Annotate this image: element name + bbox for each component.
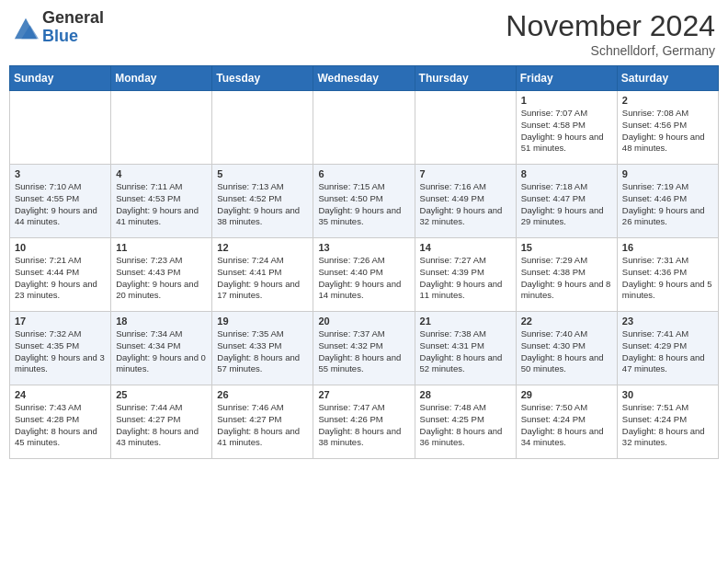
calendar-week-row: 17Sunrise: 7:32 AM Sunset: 4:35 PM Dayli…	[10, 312, 719, 385]
day-info: Sunrise: 7:35 AM Sunset: 4:33 PM Dayligh…	[217, 328, 308, 375]
day-number: 30	[622, 389, 713, 400]
weekday-header-thursday: Thursday	[415, 66, 516, 91]
calendar-table: SundayMondayTuesdayWednesdayThursdayFrid…	[9, 65, 719, 459]
day-number: 28	[420, 389, 511, 400]
calendar-cell: 4Sunrise: 7:11 AM Sunset: 4:53 PM Daylig…	[111, 165, 212, 238]
day-info: Sunrise: 7:37 AM Sunset: 4:32 PM Dayligh…	[318, 328, 409, 375]
weekday-header-saturday: Saturday	[617, 66, 718, 91]
logo-blue: Blue	[42, 27, 78, 45]
day-number: 7	[420, 168, 511, 179]
calendar-cell: 22Sunrise: 7:40 AM Sunset: 4:30 PM Dayli…	[516, 312, 617, 385]
day-info: Sunrise: 7:38 AM Sunset: 4:31 PM Dayligh…	[420, 328, 511, 375]
calendar-cell: 23Sunrise: 7:41 AM Sunset: 4:29 PM Dayli…	[617, 312, 718, 385]
calendar-week-row: 10Sunrise: 7:21 AM Sunset: 4:44 PM Dayli…	[10, 238, 719, 312]
weekday-header-sunday: Sunday	[10, 66, 111, 91]
calendar-cell: 12Sunrise: 7:24 AM Sunset: 4:41 PM Dayli…	[212, 238, 313, 312]
day-info: Sunrise: 7:16 AM Sunset: 4:49 PM Dayligh…	[420, 181, 511, 228]
calendar-cell: 9Sunrise: 7:19 AM Sunset: 4:46 PM Daylig…	[617, 165, 718, 238]
calendar-cell: 26Sunrise: 7:46 AM Sunset: 4:27 PM Dayli…	[212, 385, 313, 459]
calendar-week-row: 1Sunrise: 7:07 AM Sunset: 4:58 PM Daylig…	[10, 91, 719, 165]
calendar-week-row: 24Sunrise: 7:43 AM Sunset: 4:28 PM Dayli…	[10, 385, 719, 459]
calendar-cell: 8Sunrise: 7:18 AM Sunset: 4:47 PM Daylig…	[516, 165, 617, 238]
calendar-cell: 15Sunrise: 7:29 AM Sunset: 4:38 PM Dayli…	[516, 238, 617, 312]
day-number: 19	[217, 316, 308, 327]
day-number: 21	[420, 316, 511, 327]
calendar-cell: 7Sunrise: 7:16 AM Sunset: 4:49 PM Daylig…	[415, 165, 516, 238]
calendar-cell: 19Sunrise: 7:35 AM Sunset: 4:33 PM Dayli…	[212, 312, 313, 385]
calendar-cell	[313, 91, 415, 165]
day-number: 10	[15, 242, 106, 253]
day-info: Sunrise: 7:13 AM Sunset: 4:52 PM Dayligh…	[217, 181, 308, 228]
day-info: Sunrise: 7:07 AM Sunset: 4:58 PM Dayligh…	[521, 108, 612, 155]
calendar-cell: 18Sunrise: 7:34 AM Sunset: 4:34 PM Dayli…	[111, 312, 212, 385]
calendar-week-row: 3Sunrise: 7:10 AM Sunset: 4:55 PM Daylig…	[10, 165, 719, 238]
calendar-cell: 14Sunrise: 7:27 AM Sunset: 4:39 PM Dayli…	[415, 238, 516, 312]
day-info: Sunrise: 7:08 AM Sunset: 4:56 PM Dayligh…	[622, 108, 713, 155]
calendar-cell: 24Sunrise: 7:43 AM Sunset: 4:28 PM Dayli…	[10, 385, 111, 459]
day-number: 13	[318, 242, 409, 253]
day-info: Sunrise: 7:48 AM Sunset: 4:25 PM Dayligh…	[420, 402, 511, 449]
day-info: Sunrise: 7:34 AM Sunset: 4:34 PM Dayligh…	[116, 328, 207, 375]
day-info: Sunrise: 7:23 AM Sunset: 4:43 PM Dayligh…	[116, 255, 207, 302]
day-number: 9	[622, 168, 713, 179]
day-number: 15	[521, 242, 612, 253]
day-number: 1	[521, 95, 612, 106]
calendar-cell	[212, 91, 313, 165]
calendar-cell: 16Sunrise: 7:31 AM Sunset: 4:36 PM Dayli…	[617, 238, 718, 312]
calendar-cell: 11Sunrise: 7:23 AM Sunset: 4:43 PM Dayli…	[111, 238, 212, 312]
day-number: 24	[15, 389, 106, 400]
day-info: Sunrise: 7:19 AM Sunset: 4:46 PM Dayligh…	[622, 181, 713, 228]
day-info: Sunrise: 7:41 AM Sunset: 4:29 PM Dayligh…	[622, 328, 713, 375]
page-header: General Blue November 2024 Schnelldorf, …	[9, 9, 719, 58]
calendar-cell	[415, 91, 516, 165]
day-info: Sunrise: 7:21 AM Sunset: 4:44 PM Dayligh…	[15, 255, 106, 302]
day-info: Sunrise: 7:27 AM Sunset: 4:39 PM Dayligh…	[420, 255, 511, 302]
day-info: Sunrise: 7:43 AM Sunset: 4:28 PM Dayligh…	[15, 402, 106, 449]
weekday-header-wednesday: Wednesday	[313, 66, 415, 91]
day-number: 26	[217, 389, 308, 400]
logo-icon	[13, 15, 39, 40]
day-number: 27	[318, 389, 409, 400]
day-number: 22	[521, 316, 612, 327]
logo-general: General	[42, 8, 104, 27]
calendar-cell	[10, 91, 111, 165]
day-info: Sunrise: 7:26 AM Sunset: 4:40 PM Dayligh…	[318, 255, 409, 302]
day-number: 12	[217, 242, 308, 253]
weekday-header-row: SundayMondayTuesdayWednesdayThursdayFrid…	[10, 66, 719, 91]
month-title: November 2024	[506, 9, 715, 43]
calendar-cell: 1Sunrise: 7:07 AM Sunset: 4:58 PM Daylig…	[516, 91, 617, 165]
logo-text: General Blue	[42, 9, 104, 46]
day-number: 2	[622, 95, 713, 106]
location-subtitle: Schnelldorf, Germany	[506, 43, 715, 58]
calendar-cell: 25Sunrise: 7:44 AM Sunset: 4:27 PM Dayli…	[111, 385, 212, 459]
day-info: Sunrise: 7:29 AM Sunset: 4:38 PM Dayligh…	[521, 255, 612, 302]
day-info: Sunrise: 7:24 AM Sunset: 4:41 PM Dayligh…	[217, 255, 308, 302]
day-number: 8	[521, 168, 612, 179]
day-number: 17	[15, 316, 106, 327]
calendar-cell	[111, 91, 212, 165]
weekday-header-monday: Monday	[111, 66, 212, 91]
day-number: 25	[116, 389, 207, 400]
day-info: Sunrise: 7:15 AM Sunset: 4:50 PM Dayligh…	[318, 181, 409, 228]
day-info: Sunrise: 7:18 AM Sunset: 4:47 PM Dayligh…	[521, 181, 612, 228]
day-number: 20	[318, 316, 409, 327]
calendar-cell: 5Sunrise: 7:13 AM Sunset: 4:52 PM Daylig…	[212, 165, 313, 238]
weekday-header-tuesday: Tuesday	[212, 66, 313, 91]
weekday-header-friday: Friday	[516, 66, 617, 91]
calendar-cell: 27Sunrise: 7:47 AM Sunset: 4:26 PM Dayli…	[313, 385, 415, 459]
day-number: 16	[622, 242, 713, 253]
calendar-cell: 30Sunrise: 7:51 AM Sunset: 4:24 PM Dayli…	[617, 385, 718, 459]
day-info: Sunrise: 7:11 AM Sunset: 4:53 PM Dayligh…	[116, 181, 207, 228]
day-number: 11	[116, 242, 207, 253]
day-number: 4	[116, 168, 207, 179]
calendar-cell: 3Sunrise: 7:10 AM Sunset: 4:55 PM Daylig…	[10, 165, 111, 238]
day-info: Sunrise: 7:50 AM Sunset: 4:24 PM Dayligh…	[521, 402, 612, 449]
day-info: Sunrise: 7:32 AM Sunset: 4:35 PM Dayligh…	[15, 328, 106, 375]
day-number: 3	[15, 168, 106, 179]
day-info: Sunrise: 7:31 AM Sunset: 4:36 PM Dayligh…	[622, 255, 713, 302]
day-info: Sunrise: 7:40 AM Sunset: 4:30 PM Dayligh…	[521, 328, 612, 375]
day-info: Sunrise: 7:51 AM Sunset: 4:24 PM Dayligh…	[622, 402, 713, 449]
day-number: 14	[420, 242, 511, 253]
calendar-cell: 2Sunrise: 7:08 AM Sunset: 4:56 PM Daylig…	[617, 91, 718, 165]
calendar-cell: 21Sunrise: 7:38 AM Sunset: 4:31 PM Dayli…	[415, 312, 516, 385]
